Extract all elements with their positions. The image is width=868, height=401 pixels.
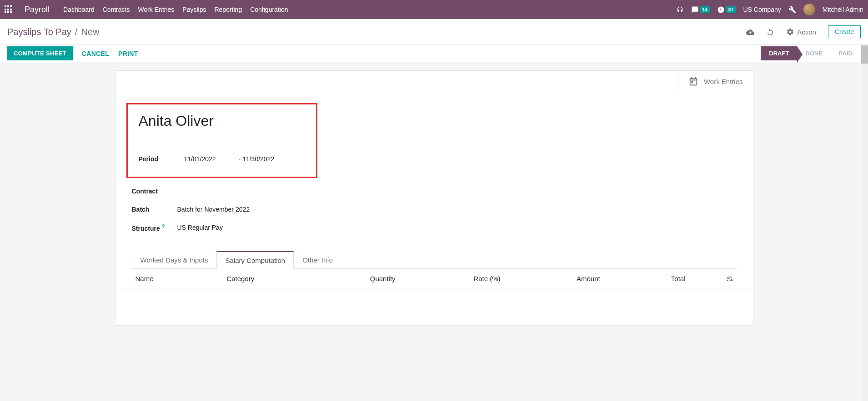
compute-sheet-button[interactable]: COMPUTE SHEET xyxy=(7,46,73,60)
control-actions: Action Create xyxy=(746,25,861,38)
col-name[interactable]: Name xyxy=(115,269,207,288)
period-from[interactable]: 11/01/2022 xyxy=(184,155,216,163)
main-area: Work Entries Anita Oliver Period 11/01/2… xyxy=(0,62,868,335)
discard-icon[interactable] xyxy=(766,27,774,37)
action-label: Action xyxy=(797,28,816,36)
status-pills: DRAFT DONE PAID xyxy=(761,46,861,60)
col-quantity[interactable]: Quantity xyxy=(313,269,416,288)
messages-badge: 14 xyxy=(700,6,710,13)
state-paid[interactable]: PAID xyxy=(831,46,861,60)
col-category[interactable]: Category xyxy=(206,269,313,288)
activities-icon[interactable]: 37 xyxy=(717,6,736,14)
breadcrumb-separator: / xyxy=(75,27,78,37)
col-total[interactable]: Total xyxy=(620,269,706,288)
activities-badge: 37 xyxy=(726,6,736,13)
nav-dashboard[interactable]: Dashboard xyxy=(63,6,95,13)
salary-table: Name Category Quantity Rate (%) Amount T… xyxy=(115,269,753,325)
calendar-icon xyxy=(688,76,698,86)
print-button[interactable]: PRINT xyxy=(118,50,138,57)
control-panel: Payslips To Pay / New Action Create xyxy=(0,19,868,45)
scrollbar[interactable] xyxy=(861,45,868,335)
top-nav: Payroll Dashboard Contracts Work Entries… xyxy=(0,0,868,19)
breadcrumb-parent[interactable]: Payslips To Pay xyxy=(7,27,71,37)
batch-value[interactable]: Batch for November 2022 xyxy=(177,206,250,213)
tab-worked-days[interactable]: Worked Days & Inputs xyxy=(132,251,217,269)
period-to[interactable]: - 11/30/2022 xyxy=(239,155,275,163)
contract-label: Contract xyxy=(132,188,177,195)
employee-name[interactable]: Anita Oliver xyxy=(139,113,305,129)
messages-icon[interactable]: 14 xyxy=(691,6,710,14)
structure-row: Structure ? US Regular Pay xyxy=(132,220,742,235)
stat-button-label: Work Entries xyxy=(704,78,743,85)
status-buttons: COMPUTE SHEET CANCEL PRINT xyxy=(7,46,138,60)
nav-configuration[interactable]: Configuration xyxy=(250,6,288,13)
period-label: Period xyxy=(139,155,184,163)
tabs: Worked Days & Inputs Salary Computation … xyxy=(132,251,737,269)
company-selector[interactable]: US Company xyxy=(743,6,781,13)
apps-icon[interactable] xyxy=(5,5,13,14)
nav-contracts[interactable]: Contracts xyxy=(103,6,130,13)
create-button[interactable]: Create xyxy=(828,25,861,38)
structure-value[interactable]: US Regular Pay xyxy=(177,224,223,231)
highlight-box: Anita Oliver Period 11/01/2022 - 11/30/2… xyxy=(126,103,317,178)
breadcrumb-current: New xyxy=(81,27,99,37)
nav-reporting[interactable]: Reporting xyxy=(214,6,242,13)
form-fields: Contract Batch Batch for November 2022 S… xyxy=(115,183,753,246)
cloud-upload-icon[interactable] xyxy=(746,27,754,37)
debug-icon[interactable] xyxy=(788,6,796,14)
nav-work-entries[interactable]: Work Entries xyxy=(138,6,174,13)
state-draft[interactable]: DRAFT xyxy=(761,46,797,60)
action-menu[interactable]: Action xyxy=(786,28,816,36)
sheet-top: Work Entries xyxy=(115,71,753,92)
work-entries-stat-button[interactable]: Work Entries xyxy=(678,71,753,92)
support-icon[interactable] xyxy=(676,6,684,14)
notebook: Worked Days & Inputs Salary Computation … xyxy=(132,251,737,269)
period-value: 11/01/2022 - 11/30/2022 xyxy=(184,155,275,163)
cancel-button[interactable]: CANCEL xyxy=(82,50,109,57)
avatar[interactable] xyxy=(803,4,815,15)
batch-label: Batch xyxy=(132,206,177,213)
breadcrumb: Payslips To Pay / New xyxy=(7,27,99,37)
form-sheet: Work Entries Anita Oliver Period 11/01/2… xyxy=(115,70,753,326)
structure-label: Structure ? xyxy=(132,223,177,232)
col-rate[interactable]: Rate (%) xyxy=(416,269,521,288)
col-amount[interactable]: Amount xyxy=(521,269,620,288)
period-row: Period 11/01/2022 - 11/30/2022 xyxy=(139,151,305,167)
nav-right: 14 37 US Company Mitchell Admin xyxy=(676,4,863,15)
user-menu[interactable]: Mitchell Admin xyxy=(823,6,863,13)
sliders-icon xyxy=(726,275,733,282)
app-name[interactable]: Payroll xyxy=(25,5,50,15)
status-bar: COMPUTE SHEET CANCEL PRINT DRAFT DONE PA… xyxy=(0,45,868,62)
help-icon[interactable]: ? xyxy=(162,223,165,229)
state-done[interactable]: DONE xyxy=(797,46,831,60)
table-container: Name Category Quantity Rate (%) Amount T… xyxy=(115,269,753,325)
contract-row: Contract xyxy=(132,183,742,199)
nav-payslips[interactable]: Payslips xyxy=(182,6,206,13)
table-row-empty xyxy=(115,288,753,325)
scrollbar-thumb[interactable] xyxy=(861,45,868,64)
batch-row: Batch Batch for November 2022 xyxy=(132,202,742,217)
tab-other-info[interactable]: Other Info xyxy=(294,251,341,269)
nav-left: Payroll Dashboard Contracts Work Entries… xyxy=(5,5,288,15)
main-wrapper: Work Entries Anita Oliver Period 11/01/2… xyxy=(115,70,753,335)
tab-salary-computation[interactable]: Salary Computation xyxy=(216,251,294,269)
col-options[interactable] xyxy=(706,269,753,288)
